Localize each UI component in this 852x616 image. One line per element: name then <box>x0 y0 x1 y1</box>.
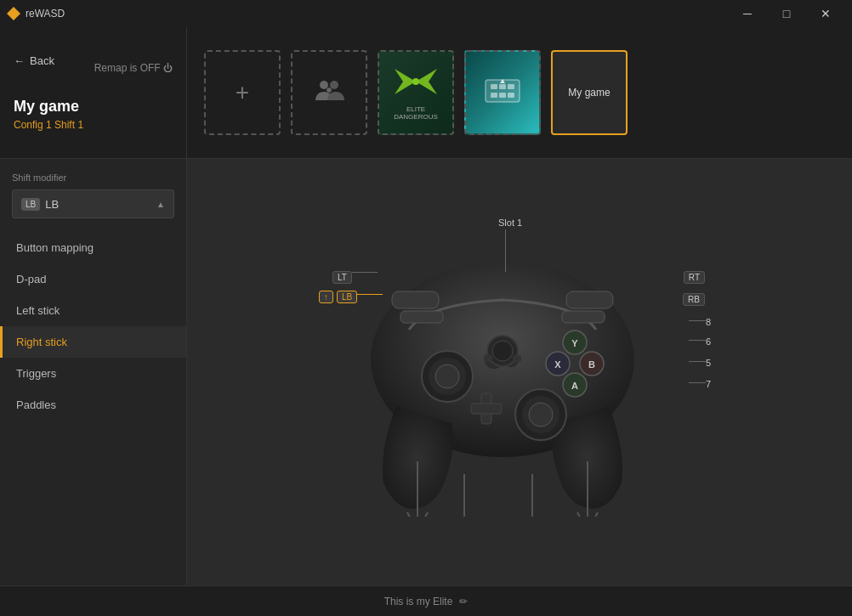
svg-text:Y: Y <box>571 338 578 348</box>
chevron-up-icon: ▲ <box>156 200 165 209</box>
sidebar-item-paddles[interactable]: Paddles <box>0 389 186 421</box>
rb-badge: RB <box>683 293 705 306</box>
sidebar-item-button-mapping[interactable]: Button mapping <box>0 232 186 263</box>
svg-rect-6 <box>499 84 506 89</box>
header-tabs: + <box>187 27 852 158</box>
shift-modifier-section: Shift modifier LB LB ▲ <box>0 172 186 232</box>
num-a: 5 <box>706 358 711 368</box>
elite-content: ELITEDANGEROUS <box>379 52 452 133</box>
titlebar: reWASD ─ □ ✕ <box>0 0 852 27</box>
lb-ctrl-badge: LB <box>337 291 357 303</box>
header-top-row: ← Back Remap is OFF ⏻ <box>14 54 173 81</box>
controller-container: ≡ Y X B A <box>281 194 758 551</box>
svg-point-22 <box>529 403 553 427</box>
sidebar-item-right-stick[interactable]: Right stick <box>0 326 186 358</box>
svg-text:X: X <box>554 359 561 370</box>
bottom-label: This is my Elite <box>384 596 453 608</box>
num-y: 8 <box>706 317 711 327</box>
shift-dropdown[interactable]: LB LB ▲ <box>12 189 174 218</box>
close-button[interactable]: ✕ <box>806 0 845 27</box>
minimize-button[interactable]: ─ <box>728 0 767 27</box>
svg-rect-10 <box>508 93 514 98</box>
svg-text:B: B <box>588 359 595 370</box>
num-b: 6 <box>706 336 711 347</box>
lt-badge-container: LT <box>332 268 352 284</box>
tab-add[interactable]: + <box>204 50 281 135</box>
app-icon <box>7 7 20 20</box>
header: ← Back Remap is OFF ⏻ My game Config 1 S… <box>0 27 852 159</box>
back-button[interactable]: ← Back <box>14 54 54 67</box>
users-icon <box>314 78 344 107</box>
svg-rect-9 <box>499 93 506 98</box>
svg-point-37 <box>492 341 513 361</box>
nav-items: Button mapping D-pad Left stick Right st… <box>0 232 186 421</box>
app-layout: ← Back Remap is OFF ⏻ My game Config 1 S… <box>0 27 852 616</box>
teal-icon <box>484 76 521 109</box>
power-icon: ⏻ <box>163 63 173 73</box>
svg-rect-7 <box>508 84 514 89</box>
svg-point-3 <box>412 78 419 85</box>
controller-svg: ≡ Y X B A <box>315 211 690 517</box>
titlebar-controls: ─ □ ✕ <box>728 0 845 27</box>
tab-elite[interactable]: ELITEDANGEROUS <box>378 50 454 135</box>
sidebar: Shift modifier LB LB ▲ Button mapping D-… <box>0 159 187 585</box>
shift-modifier-label: Shift modifier <box>12 172 174 183</box>
up-arrow-badge: ↑ <box>319 291 333 303</box>
remap-status: Remap is OFF ⏻ <box>94 62 173 74</box>
elite-label: ELITEDANGEROUS <box>394 105 438 121</box>
header-left: ← Back Remap is OFF ⏻ My game Config 1 S… <box>0 27 187 158</box>
rt-badge-container: RT <box>684 268 705 284</box>
lt-badge: LT <box>332 271 352 284</box>
game-title: My game <box>14 98 173 116</box>
controller-area: ≡ Y X B A <box>187 159 852 585</box>
svg-rect-38 <box>484 355 492 362</box>
sidebar-item-left-stick[interactable]: Left stick <box>0 295 186 326</box>
svg-rect-14 <box>566 291 613 308</box>
bottom-bar: This is my Elite ✏ <box>0 585 852 616</box>
svg-rect-24 <box>471 404 502 414</box>
tab-teal[interactable] <box>464 50 541 135</box>
rb-badge-container: RB <box>683 291 705 306</box>
sidebar-item-d-pad[interactable]: D-pad <box>0 263 186 295</box>
mygame-label: My game <box>568 87 610 99</box>
edit-icon[interactable]: ✏ <box>459 596 468 608</box>
maximize-button[interactable]: □ <box>767 0 806 27</box>
svg-rect-39 <box>513 355 521 362</box>
slot-label: Slot 1 <box>498 218 522 228</box>
lb-badge: LB <box>21 198 40 211</box>
svg-point-0 <box>320 81 328 89</box>
svg-rect-16 <box>562 311 605 323</box>
sidebar-item-triggers[interactable]: Triggers <box>0 358 186 389</box>
svg-rect-15 <box>400 311 443 323</box>
svg-rect-13 <box>392 291 439 308</box>
main-content: Shift modifier LB LB ▲ Button mapping D-… <box>0 159 852 585</box>
svg-point-1 <box>330 81 338 89</box>
num-7: 7 <box>706 379 711 389</box>
svg-rect-5 <box>491 84 497 89</box>
app-title: reWASD <box>26 8 65 20</box>
elite-wings-icon <box>390 65 441 104</box>
svg-text:A: A <box>571 381 578 391</box>
svg-point-2 <box>327 88 332 93</box>
config-info: Config 1 Shift 1 <box>14 119 173 131</box>
tab-users[interactable] <box>291 50 367 135</box>
tab-mygame[interactable]: My game <box>551 50 628 135</box>
svg-point-19 <box>435 365 459 388</box>
titlebar-left: reWASD <box>7 7 65 20</box>
back-label: Back <box>30 54 54 67</box>
shift-value: LB <box>45 198 59 211</box>
back-arrow-icon: ← <box>14 54 25 67</box>
rt-badge: RT <box>684 271 705 284</box>
plus-icon: + <box>236 79 249 106</box>
lb-container: ↑ LB <box>319 291 357 303</box>
svg-rect-8 <box>491 93 497 98</box>
